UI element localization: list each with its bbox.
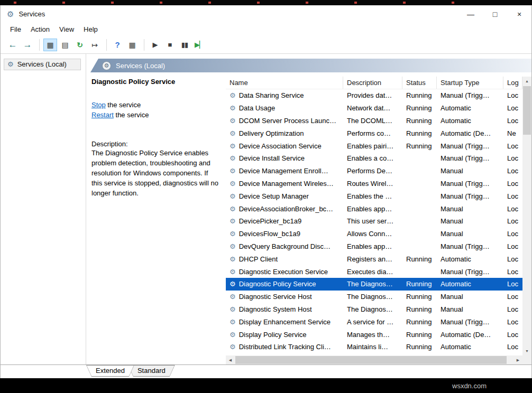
service-name-cell: ⚙ Display Policy Service [226,331,343,339]
restart-link-suffix: the service [114,111,149,119]
properties-icon[interactable]: ▤ [58,39,72,51]
service-row[interactable]: ⚙ DHCP Client Registers an… Running Auto… [226,252,522,265]
service-log-on-as-cell: Loc [503,154,522,162]
service-row[interactable]: ⚙ DevicesFlow_bc1a9 Allows Conn… Manual … [226,228,522,240]
stop-service-link[interactable]: Stop [91,101,106,109]
service-row[interactable]: ⚙ DCOM Server Process Launc… The DCOML… … [226,115,522,127]
vertical-scroll-track[interactable] [522,135,531,347]
service-row[interactable]: ⚙ Device Association Service Enables pai… [226,139,522,152]
service-name-cell: ⚙ Device Association Service [226,142,343,150]
export-list-icon[interactable]: ↦ [88,39,102,51]
service-gear-icon: ⚙ [230,167,236,175]
service-name-cell: ⚙ Device Setup Manager [226,192,343,200]
scroll-up-icon[interactable]: ▲ [522,77,531,86]
scrollbar-corner [522,355,531,364]
service-log-on-as-cell: Loc [503,217,522,225]
restart-service-icon[interactable]: ▶▏ [192,39,206,51]
service-log-on-as-cell: Loc [503,305,522,313]
service-name-cell: ⚙ Delivery Optimization [226,129,343,137]
column-header-status[interactable]: Status [402,77,437,89]
service-row[interactable]: ⚙ Delivery Optimization Performs co… Run… [226,127,522,139]
service-row[interactable]: ⚙ Diagnostic Execution Service Executes … [226,265,522,278]
column-header-log-on-as[interactable]: Log [503,77,522,89]
service-description-cell: Provides dat… [343,91,402,99]
column-header-startup-type[interactable]: Startup Type [437,77,503,89]
service-log-on-as-cell: Loc [503,91,522,99]
horizontal-scrollbar[interactable]: ◀ ▶ [226,355,522,364]
menu-help[interactable]: Help [79,24,103,35]
service-name-cell: ⚙ Device Management Enroll… [226,167,343,175]
browser-edge-strip [0,0,532,5]
service-startup-type-cell: Automatic (De… [437,331,503,339]
scroll-right-icon[interactable]: ▶ [513,358,522,362]
minimize-button[interactable]: — [458,5,483,23]
service-row[interactable]: ⚙ Diagnostic Policy Service The Diagnos…… [226,278,522,291]
horizontal-scrollbar-row: ◀ ▶ [226,355,531,364]
service-name-cell: ⚙ Diagnostic Service Host [226,293,343,301]
column-header-description[interactable]: Description [343,77,402,89]
menu-file[interactable]: File [5,24,26,35]
service-row[interactable]: ⚙ Device Install Service Enables a co… M… [226,152,522,165]
service-status-cell: Running [402,331,437,339]
service-row[interactable]: ⚙ Display Enhancement Service A service … [226,315,522,328]
vertical-scroll-thumb[interactable] [523,86,531,135]
service-row[interactable]: ⚙ DevQuery Background Disc… Enables app…… [226,240,522,253]
service-row[interactable]: ⚙ Diagnostic Service Host The Diagnos… R… [226,291,522,303]
service-row[interactable]: ⚙ Device Management Wireles… Routes Wire… [226,177,522,190]
service-row[interactable]: ⚙ Device Management Enroll… Performs De…… [226,165,522,177]
back-icon[interactable]: ← [6,39,20,51]
service-row[interactable]: ⚙ Distributed Link Tracking Cli… Maintai… [226,341,522,353]
close-button[interactable]: × [507,5,531,23]
service-row[interactable]: ⚙ DeviceAssociationBroker_bc… Enables ap… [226,202,522,215]
stop-link-suffix: the service [106,101,141,109]
service-row[interactable]: ⚙ Data Sharing Service Provides dat… Run… [226,89,522,102]
service-row[interactable]: ⚙ Display Policy Service Manages th… Run… [226,328,522,341]
vertical-scrollbar[interactable]: ▲ ▼ [522,77,531,355]
refresh-icon[interactable]: ↻ [73,39,87,51]
service-startup-type-cell: Manual [437,167,503,175]
scroll-down-icon[interactable]: ▼ [522,347,531,355]
service-name-cell: ⚙ DCOM Server Process Launc… [226,117,343,125]
services-window: ⚙ Services — □ × File Action View Help ←… [0,5,532,378]
console-tree-panel: ⚙ Services (Local) [1,54,86,364]
service-gear-icon: ⚙ [230,142,236,150]
service-gear-icon: ⚙ [230,217,236,225]
service-name: Device Setup Manager [239,192,309,200]
service-name: Data Usage [239,104,276,112]
maximize-button[interactable]: □ [483,5,507,23]
service-log-on-as-cell: Loc [503,293,522,301]
service-row[interactable]: ⚙ Device Setup Manager Enables the … Man… [226,190,522,202]
service-description-cell: Performs co… [343,129,402,137]
service-description-cell: Registers an… [343,255,402,263]
service-status-cell: Running [402,104,437,112]
extended-view-icon[interactable]: ▦ [125,39,139,51]
service-startup-type-cell: Manual [437,205,503,213]
service-row[interactable]: ⚙ DevicePicker_bc1a9 This user ser… Manu… [226,215,522,228]
help-icon[interactable]: ? [111,39,124,51]
menu-action[interactable]: Action [26,24,54,35]
column-header-name[interactable]: Name [226,77,343,89]
horizontal-scroll-thumb[interactable] [235,356,507,364]
service-description-cell: Enables pairi… [343,142,402,150]
tab-standard[interactable]: Standard [128,365,175,377]
forward-icon[interactable]: → [21,39,34,51]
restart-service-link[interactable]: Restart [91,111,114,119]
show-console-tree-icon[interactable]: ▦ [43,39,57,51]
service-name: Distributed Link Tracking Cli… [239,343,331,351]
window-controls: — □ × [458,5,531,23]
pause-service-icon[interactable]: ▮▮ [178,39,191,51]
services-gear-icon: ⚙ [7,10,14,19]
start-service-icon[interactable]: ▶ [148,39,162,51]
service-startup-type-cell: Automatic [437,117,503,125]
menu-view[interactable]: View [54,24,79,35]
tab-extended[interactable]: Extended [86,365,134,377]
service-startup-type-cell: Manual [437,293,503,301]
tree-item-services-local[interactable]: ⚙ Services (Local) [4,59,81,70]
service-name-cell: ⚙ DevicePicker_bc1a9 [226,217,343,225]
service-gear-icon: ⚙ [230,255,236,263]
service-row[interactable]: ⚙ Data Usage Network dat… Running Automa… [226,102,522,115]
service-row[interactable]: ⚙ Diagnostic System Host The Diagnos… Ru… [226,303,522,316]
service-log-on-as-cell: Ne [503,129,522,137]
scroll-left-icon[interactable]: ◀ [226,358,235,362]
stop-service-icon[interactable]: ■ [163,39,177,51]
